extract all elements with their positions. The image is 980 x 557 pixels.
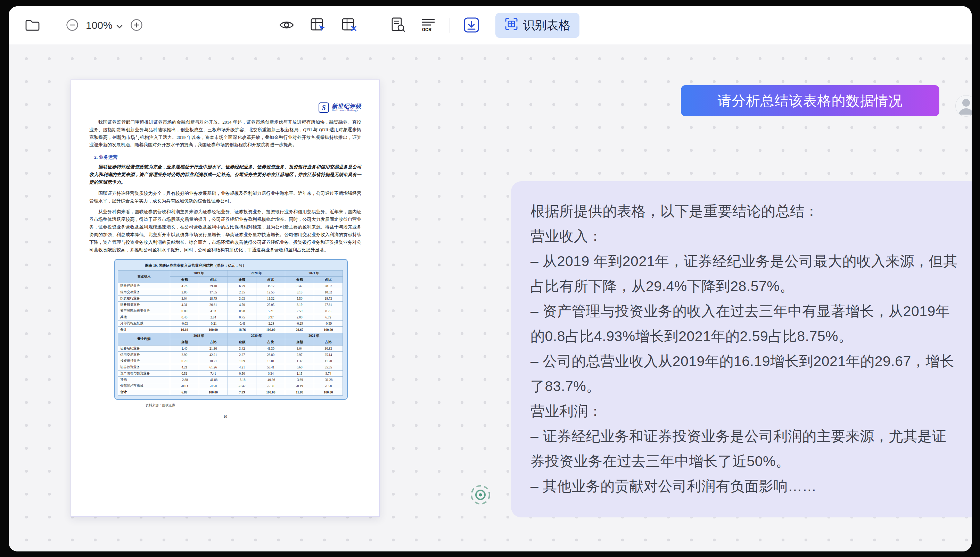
value-cell: 18.79 <box>199 295 228 302</box>
document-page[interactable]: S 新世纪评级 Brilliance Ratings 我国证券监管部门审慎推进证… <box>70 80 380 517</box>
value-cell: 3.64 <box>285 345 314 352</box>
value-cell: 4.31 <box>170 302 199 308</box>
value-cell: 43.30 <box>256 345 285 352</box>
detected-table-region[interactable]: 图表 10. 国联证券营业收入及营业利润结构（单位：亿元，%） 营业收入2019… <box>114 259 348 400</box>
zoom-controls: 100% <box>66 18 143 33</box>
person-icon <box>956 95 972 117</box>
value-cell: 8.19 <box>285 302 314 308</box>
value-cell: 3.97 <box>256 314 285 321</box>
ai-response-line: – 其他业务的贡献对公司利润有负面影响…… <box>530 474 960 499</box>
row-label-cell: 合计 <box>118 389 170 396</box>
value-cell: 4.93 <box>199 308 228 314</box>
value-cell: 10.62 <box>314 289 343 295</box>
value-cell: 10.21 <box>199 358 228 364</box>
value-cell: 29.67 <box>285 327 314 333</box>
ai-response-line: 根据所提供的表格，以下是重要结论的总结： <box>530 199 960 224</box>
value-cell: -0.03 <box>170 383 199 389</box>
revenue-table: 营业收入2019 年2020 年2021 年金额占比金额占比金额占比证券经纪业务… <box>118 270 343 333</box>
zoom-level-dropdown[interactable]: 100% <box>86 20 123 31</box>
value-cell: -0.29 <box>285 321 314 327</box>
eye-icon <box>279 19 295 32</box>
table-select-button[interactable] <box>310 17 326 34</box>
year-header-cell: 2020 年 <box>228 333 285 339</box>
value-cell: 2.59 <box>285 308 314 314</box>
app-window: 100% <box>9 6 972 551</box>
row-label-cell: 其他 <box>118 377 170 383</box>
value-cell: 2.00 <box>285 314 314 321</box>
value-cell: 0.70 <box>170 358 199 364</box>
summary-paragraph: 国联证券特许经营资质较为齐全，业务规模处于行业中游水平。证券经纪业务、证券投资业… <box>89 163 361 186</box>
table-scan-icon <box>504 17 518 34</box>
download-box-icon <box>463 16 480 35</box>
year-header-cell: 2020 年 <box>228 270 285 277</box>
value-cell: -3.18 <box>228 377 256 383</box>
export-button[interactable] <box>463 16 480 35</box>
preview-button[interactable] <box>279 19 295 32</box>
workspace: S 新世纪评级 Brilliance Ratings 我国证券监管部门审慎推进证… <box>9 44 972 551</box>
value-cell: -0.42 <box>228 383 256 389</box>
value-cell: 100.00 <box>314 389 343 396</box>
table-row: 信用交易业务2.9042.212.2728.802.9725.14 <box>118 352 343 358</box>
zoom-in-button[interactable] <box>130 18 143 33</box>
value-cell: 0.75 <box>228 314 256 321</box>
brand-logo-icon: S <box>318 103 329 113</box>
value-cell: 4.21 <box>228 364 256 371</box>
value-cell: 1.09 <box>228 358 256 364</box>
toolbar: 100% <box>9 6 972 44</box>
recognize-table-label: 识别表格 <box>523 17 571 33</box>
value-cell: 9.74 <box>314 371 343 377</box>
row-label-cell: 分部间相互抵减 <box>118 321 170 327</box>
row-label-cell: 分部间相互抵减 <box>118 383 170 389</box>
ai-response-line: – 公司的总营业收入从2019年的16.19增长到2021年的29.67，增长了… <box>530 349 960 399</box>
value-cell: 25.14 <box>314 352 343 358</box>
row-label-cell: 信用交易业务 <box>118 352 170 358</box>
value-cell: 2.90 <box>170 352 199 358</box>
scan-document-button[interactable] <box>390 17 406 34</box>
value-cell: 8.75 <box>314 308 343 314</box>
ocr-button[interactable]: OCR <box>420 17 436 34</box>
document-logo: S 新世纪评级 Brilliance Ratings <box>89 100 361 115</box>
value-cell: -41.88 <box>199 377 228 383</box>
value-cell: 2.27 <box>228 352 256 358</box>
table-row: 资产管理与投资业务0.804.930.985.212.598.75 <box>118 308 343 314</box>
table-row: 投资银行业务3.0418.793.6319.325.5618.73 <box>118 295 343 302</box>
value-cell: 11.80 <box>285 389 314 396</box>
subheader-cell: 占比 <box>199 277 228 283</box>
table-row: 合计16.19100.0018.76100.0029.67100.00 <box>118 327 343 333</box>
user-avatar <box>956 95 972 117</box>
table-row: 证券经纪业务4.7629.406.7936.178.4728.57 <box>118 283 343 289</box>
table-x-icon <box>341 17 357 34</box>
value-cell: 26.61 <box>199 302 228 308</box>
zoom-out-button[interactable] <box>66 18 79 33</box>
value-cell: 2.35 <box>228 289 256 295</box>
value-cell: 2.84 <box>199 314 228 321</box>
minus-circle-icon <box>66 18 79 33</box>
value-cell: 53.41 <box>256 364 285 371</box>
value-cell: 19.32 <box>256 295 285 302</box>
folder-icon <box>24 18 40 33</box>
open-file-button[interactable] <box>24 18 40 33</box>
year-header-cell: 2019 年 <box>170 333 228 339</box>
value-cell: -0.50 <box>199 383 228 389</box>
table-row: 信用交易业务2.8617.652.3512.553.1510.62 <box>118 289 343 295</box>
row-label-cell: 投资银行业务 <box>118 295 170 302</box>
row-label-cell: 资产管理与投资业务 <box>118 371 170 377</box>
value-cell: -0.03 <box>170 321 199 327</box>
ai-response-bubble: 根据所提供的表格，以下是重要结论的总结：营业收入：– 从2019 年到2021年… <box>511 181 972 518</box>
ocr-tools-group: OCR <box>390 17 436 34</box>
value-cell: 2.86 <box>170 289 199 295</box>
value-cell: 1.46 <box>170 345 199 352</box>
section-heading: 2. 业务运营 <box>94 154 361 160</box>
loading-indicator <box>468 483 492 507</box>
value-cell: 21.30 <box>199 345 228 352</box>
table-remove-button[interactable] <box>341 17 357 34</box>
recognize-table-button[interactable]: 识别表格 <box>496 13 579 38</box>
value-cell: 1.32 <box>285 358 314 364</box>
value-cell: 0.80 <box>170 308 199 314</box>
value-cell: 6.88 <box>170 389 199 396</box>
logo-title: 新世纪评级 <box>332 103 361 109</box>
value-cell: 11.20 <box>314 358 343 364</box>
value-cell: -3.69 <box>285 377 314 383</box>
value-cell: 25.05 <box>256 302 285 308</box>
value-cell: 100.00 <box>199 389 228 396</box>
